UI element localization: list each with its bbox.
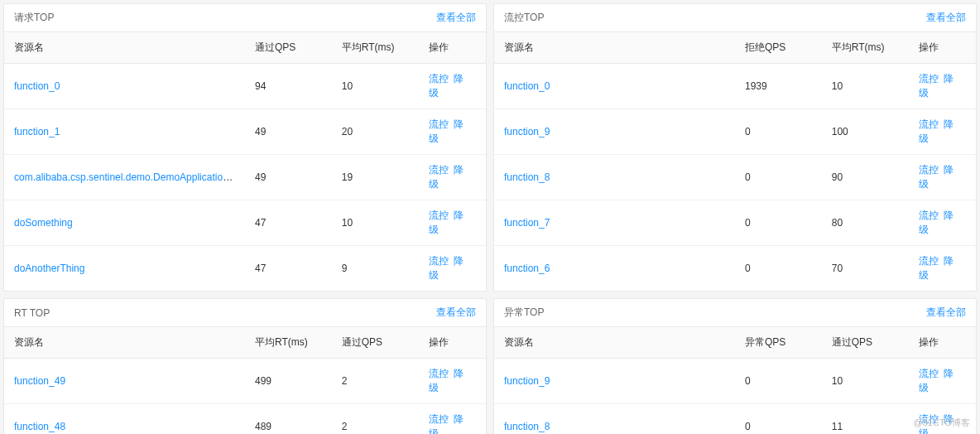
flow-control-link[interactable]: 流控 — [919, 73, 939, 84]
column-header: 通过QPS — [332, 327, 419, 359]
metric-2: 10 — [332, 200, 419, 246]
flow-control-link[interactable]: 流控 — [429, 368, 449, 379]
flow-control-link[interactable]: 流控 — [919, 118, 939, 130]
column-header: 资源名 — [4, 32, 245, 64]
resource-link[interactable]: function_49 — [14, 375, 65, 387]
resource-link[interactable]: function_7 — [504, 217, 550, 229]
flow-control-link[interactable]: 流控 — [919, 255, 939, 267]
metric-1: 0 — [735, 246, 822, 292]
metric-2: 2 — [332, 404, 419, 435]
table-row: function_8011流控降级 — [494, 404, 976, 435]
column-header: 资源名 — [494, 327, 735, 359]
metric-2: 10 — [332, 64, 419, 109]
metric-1: 49 — [245, 109, 332, 155]
column-header: 异常QPS — [735, 327, 822, 359]
table-row: function_14920流控降级 — [4, 109, 486, 155]
resource-link[interactable]: function_0 — [14, 80, 60, 92]
panel: RT TOP查看全部资源名平均RT(ms)通过QPS操作function_494… — [3, 298, 487, 434]
flow-control-link[interactable]: 流控 — [919, 164, 939, 176]
metric-2: 11 — [822, 404, 909, 435]
panel-header: 流控TOP查看全部 — [494, 4, 976, 31]
column-header: 操作 — [419, 32, 486, 64]
panel-header: RT TOP查看全部 — [4, 299, 486, 326]
metric-1: 47 — [245, 246, 332, 292]
flow-control-link[interactable]: 流控 — [919, 210, 939, 221]
table-row: function_90100流控降级 — [494, 109, 976, 155]
panel-header: 异常TOP查看全部 — [494, 299, 976, 326]
table-row: doAnotherThing479流控降级 — [4, 246, 486, 292]
metric-2: 70 — [822, 246, 909, 292]
metric-1: 489 — [245, 404, 332, 435]
panel-header: 请求TOP查看全部 — [4, 4, 486, 31]
metric-1: 0 — [735, 109, 822, 155]
data-table: 资源名平均RT(ms)通过QPS操作function_494992流控降级fun… — [4, 326, 486, 434]
metric-1: 499 — [245, 359, 332, 404]
panel-title: 流控TOP — [504, 11, 544, 25]
resource-link[interactable]: function_9 — [504, 375, 550, 387]
panel-title: 请求TOP — [14, 11, 54, 25]
column-header: 平均RT(ms) — [822, 32, 909, 64]
flow-control-link[interactable]: 流控 — [429, 118, 449, 130]
flow-control-link[interactable]: 流控 — [429, 164, 449, 176]
view-all-link[interactable]: 查看全部 — [436, 306, 476, 320]
resource-link[interactable]: function_1 — [14, 126, 60, 137]
data-table: 资源名通过QPS平均RT(ms)操作function_09410流控降级func… — [4, 31, 486, 291]
metric-2: 19 — [332, 155, 419, 200]
metric-2: 90 — [822, 155, 909, 200]
metric-2: 10 — [822, 359, 909, 404]
metric-2: 20 — [332, 109, 419, 155]
resource-link[interactable]: function_9 — [504, 126, 550, 137]
metric-1: 94 — [245, 64, 332, 109]
view-all-link[interactable]: 查看全部 — [926, 306, 966, 320]
table-row: com.alibaba.csp.sentinel.demo.DemoApplic… — [4, 155, 486, 200]
metric-2: 2 — [332, 359, 419, 404]
column-header: 操作 — [909, 32, 976, 64]
data-table: 资源名拒绝QPS平均RT(ms)操作function_0193910流控降级fu… — [494, 31, 976, 291]
resource-link[interactable]: function_0 — [504, 80, 550, 92]
metric-1: 49 — [245, 155, 332, 200]
panel-title: RT TOP — [14, 307, 50, 319]
metric-2: 9 — [332, 246, 419, 292]
metric-2: 80 — [822, 200, 909, 246]
table-row: doSomething4710流控降级 — [4, 200, 486, 246]
flow-control-link[interactable]: 流控 — [429, 255, 449, 267]
flow-control-link[interactable]: 流控 — [919, 368, 939, 379]
view-all-link[interactable]: 查看全部 — [926, 11, 966, 25]
resource-link[interactable]: function_8 — [504, 421, 550, 432]
data-table: 资源名异常QPS通过QPS操作function_9010流控降级function… — [494, 326, 976, 434]
column-header: 操作 — [419, 327, 486, 359]
flow-control-link[interactable]: 流控 — [429, 413, 449, 425]
resource-link[interactable]: function_48 — [14, 421, 65, 432]
table-row: function_0193910流控降级 — [494, 64, 976, 109]
resource-link[interactable]: function_8 — [504, 171, 550, 183]
metric-1: 0 — [735, 404, 822, 435]
metric-1: 1939 — [735, 64, 822, 109]
resource-link[interactable]: doAnotherThing — [14, 263, 84, 274]
panel-title: 异常TOP — [504, 306, 544, 320]
table-row: function_484892流控降级 — [4, 404, 486, 435]
metric-1: 0 — [735, 200, 822, 246]
table-row: function_9010流控降级 — [494, 359, 976, 404]
column-header: 资源名 — [494, 32, 735, 64]
column-header: 通过QPS — [245, 32, 332, 64]
view-all-link[interactable]: 查看全部 — [436, 11, 476, 25]
metric-2: 10 — [822, 64, 909, 109]
table-row: function_8090流控降级 — [494, 155, 976, 200]
panel: 异常TOP查看全部资源名异常QPS通过QPS操作function_9010流控降… — [493, 298, 977, 434]
metric-2: 100 — [822, 109, 909, 155]
table-row: function_7080流控降级 — [494, 200, 976, 246]
column-header: 操作 — [909, 327, 976, 359]
watermark: @51CTO博客 — [914, 417, 970, 429]
column-header: 平均RT(ms) — [332, 32, 419, 64]
flow-control-link[interactable]: 流控 — [429, 73, 449, 84]
flow-control-link[interactable]: 流控 — [429, 210, 449, 221]
table-row: function_09410流控降级 — [4, 64, 486, 109]
table-row: function_494992流控降级 — [4, 359, 486, 404]
column-header: 拒绝QPS — [735, 32, 822, 64]
metric-1: 0 — [735, 155, 822, 200]
resource-link[interactable]: function_6 — [504, 263, 550, 274]
resource-link[interactable]: doSomething — [14, 217, 73, 229]
column-header: 平均RT(ms) — [245, 327, 332, 359]
resource-link[interactable]: com.alibaba.csp.sentinel.demo.DemoApplic… — [14, 171, 245, 183]
panel: 流控TOP查看全部资源名拒绝QPS平均RT(ms)操作function_0193… — [493, 3, 977, 292]
